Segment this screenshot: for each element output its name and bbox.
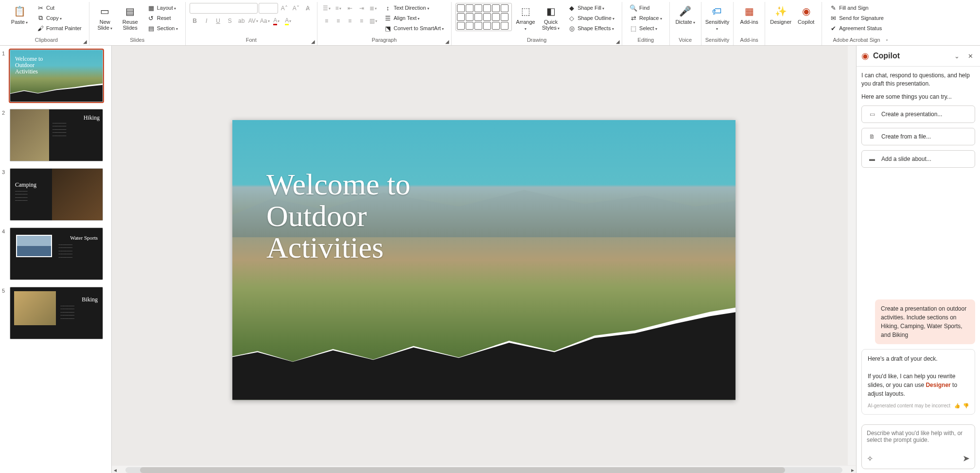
align-left-button[interactable]: ≡ <box>321 16 332 26</box>
suggestion-add-slide[interactable]: ▬ Add a slide about... <box>861 150 975 168</box>
select-icon: ⬚ <box>630 24 637 32</box>
group-designer: ✨ Designer ◉ Copilot <box>765 2 822 45</box>
thumbnail-slide-3[interactable]: Camping ────────────────────────────────… <box>10 168 103 221</box>
align-right-button[interactable]: ≡ <box>345 16 355 26</box>
drawing-launcher[interactable]: ◢ <box>615 38 621 44</box>
group-drawing-label: Drawing <box>455 36 618 44</box>
copy-button[interactable]: ⧉Copy <box>33 13 85 23</box>
sensitivity-button[interactable]: 🏷 Sensitivity <box>705 3 729 35</box>
find-button[interactable]: 🔍Find <box>626 3 665 13</box>
paragraph-launcher[interactable]: ◢ <box>444 38 450 44</box>
shape-effects-button[interactable]: ◎Shape Effects <box>564 23 618 33</box>
horizontal-scrollbar[interactable]: ◂ ▸ <box>112 466 856 473</box>
copilot-expand-button[interactable]: ⌄ <box>952 51 962 61</box>
format-painter-icon: 🖌 <box>36 24 44 32</box>
scroll-left-icon[interactable]: ◂ <box>112 467 119 473</box>
cut-button[interactable]: ✂Cut <box>33 3 85 13</box>
suggestion-create-presentation[interactable]: ▭ Create a presentation... <box>861 105 975 123</box>
copilot-close-button[interactable]: ✕ <box>965 51 975 61</box>
reuse-slides-label: Reuse Slides <box>120 19 140 31</box>
scroll-right-icon[interactable]: ▸ <box>849 467 856 473</box>
convert-smartart-button[interactable]: ⬔Convert to SmartArt <box>381 23 447 33</box>
replace-icon: ⇄ <box>630 14 637 22</box>
increase-font-button[interactable]: A˄ <box>279 3 290 14</box>
paste-icon: 📋 <box>13 4 26 18</box>
slide-title-text[interactable]: Welcome to Outdoor Activities <box>266 169 410 263</box>
reset-button[interactable]: ↺Reset <box>144 13 181 23</box>
layout-icon: ▦ <box>147 4 155 12</box>
bot-designer-link[interactable]: Designer <box>926 382 950 388</box>
group-slides-label: Slides <box>93 36 181 44</box>
agreement-status-button[interactable]: ✔Agreement Status <box>826 23 887 33</box>
layout-button[interactable]: ▦Layout <box>144 3 181 13</box>
font-color-button[interactable]: A <box>271 16 282 26</box>
fill-sign-button[interactable]: ✎Fill and Sign <box>826 3 887 13</box>
clear-formatting-button[interactable]: A̷ <box>302 3 313 14</box>
thumbnail-slide-1[interactable]: Welcome toOutdoorActivities <box>10 50 103 102</box>
change-case-button[interactable]: Aa <box>260 16 270 26</box>
designer-button[interactable]: ✨ Designer <box>769 3 792 35</box>
line-spacing-button[interactable]: ≣ <box>368 3 379 14</box>
slide-thumbnail-panel[interactable]: 1 Welcome toOutdoorActivities 2 Hiking •… <box>0 46 112 473</box>
thumbnail-number: 4 <box>2 228 8 234</box>
shape-fill-button[interactable]: ◆Shape Fill <box>564 3 618 13</box>
bullets-button[interactable]: ☰ <box>321 3 332 14</box>
decrease-font-button[interactable]: A˅ <box>291 3 301 14</box>
shapes-gallery[interactable] <box>455 3 512 31</box>
text-direction-button[interactable]: ↕Text Direction <box>381 3 447 13</box>
vertical-scrollbar[interactable] <box>848 46 856 465</box>
copilot-input-box[interactable]: Describe what you'd like help with, or s… <box>861 424 975 469</box>
quick-styles-button[interactable]: ◧ Quick Styles <box>539 3 562 35</box>
highlight-button[interactable]: A <box>283 16 294 26</box>
thumbnail-slide-4[interactable]: Water Sports • ─────────• ─────────• ───… <box>10 228 103 280</box>
slide-editor-area[interactable]: Welcome to Outdoor Activities ◂ ▸ <box>112 46 856 473</box>
justify-button[interactable]: ≡ <box>356 16 367 26</box>
font-size-input[interactable] <box>259 3 278 14</box>
paste-button[interactable]: 📋 Paste <box>8 3 31 35</box>
group-editing: 🔍Find ⇄Replace ⬚Select Editing <box>622 2 670 45</box>
thumbnail-slide-2[interactable]: Hiking • ─────────• ─────────• ─────────… <box>10 109 103 161</box>
arrange-button[interactable]: ⬚ Arrange <box>514 3 537 35</box>
copilot-send-button[interactable]: ➤ <box>962 453 970 464</box>
increase-indent-button[interactable]: ⇥ <box>356 3 367 14</box>
suggestion-create-from-file[interactable]: 🗎 Create from a file... <box>861 128 975 145</box>
italic-button[interactable]: I <box>201 16 212 26</box>
shape-fill-icon: ◆ <box>568 4 576 12</box>
feedback-like-button[interactable]: 👍 <box>954 402 960 409</box>
select-button[interactable]: ⬚Select <box>626 23 665 33</box>
thumbnail-row-1: 1 Welcome toOutdoorActivities <box>2 50 109 102</box>
send-signature-button[interactable]: ✉Send for Signature <box>826 13 887 23</box>
reuse-slides-button[interactable]: ▤ Reuse Slides <box>119 3 142 35</box>
section-button[interactable]: ▤Section <box>144 23 181 33</box>
align-text-button[interactable]: ☰Align Text <box>381 13 447 23</box>
dictate-button[interactable]: 🎤 Dictate <box>674 3 697 35</box>
feedback-dislike-button[interactable]: 👎 <box>963 402 969 409</box>
addins-button[interactable]: ▦ Add-ins <box>737 3 761 35</box>
ribbon-collapse-button[interactable]: ˅ <box>884 38 890 44</box>
font-launcher[interactable]: ◢ <box>310 38 316 44</box>
char-spacing-button[interactable]: AV <box>248 16 259 26</box>
shape-outline-button[interactable]: ◇Shape Outline <box>564 13 618 23</box>
group-designer-label <box>769 36 818 44</box>
strikethrough-button[interactable]: S <box>225 16 235 26</box>
group-sensitivity-label: Sensitivity <box>705 36 730 44</box>
copilot-ribbon-button[interactable]: ◉ Copilot <box>794 3 818 35</box>
slide-canvas[interactable]: Welcome to Outdoor Activities <box>232 120 735 400</box>
new-slide-button[interactable]: ▭ New Slide <box>93 3 117 35</box>
bold-button[interactable]: B <box>190 16 200 26</box>
clipboard-launcher[interactable]: ◢ <box>82 38 88 44</box>
decrease-indent-button[interactable]: ⇤ <box>345 3 355 14</box>
columns-button[interactable]: ▥ <box>368 16 379 26</box>
thumbnail-slide-5[interactable]: Biking • ─────────• ─────────• ─────────… <box>10 287 103 339</box>
thumbnail-row-4: 4 Water Sports • ─────────• ─────────• ─… <box>2 228 109 280</box>
font-name-input[interactable] <box>190 3 258 14</box>
arrange-icon: ⬚ <box>519 4 532 18</box>
align-center-button[interactable]: ≡ <box>333 16 344 26</box>
numbering-button[interactable]: ≡ <box>333 3 344 14</box>
format-painter-button[interactable]: 🖌Format Painter <box>33 23 85 33</box>
prompt-guide-button[interactable]: ✧ <box>867 454 873 463</box>
shadow-button[interactable]: ab <box>236 16 247 26</box>
replace-button[interactable]: ⇄Replace <box>626 13 665 23</box>
underline-button[interactable]: U <box>213 16 224 26</box>
copilot-body[interactable]: I can chat, respond to questions, and he… <box>857 67 980 420</box>
